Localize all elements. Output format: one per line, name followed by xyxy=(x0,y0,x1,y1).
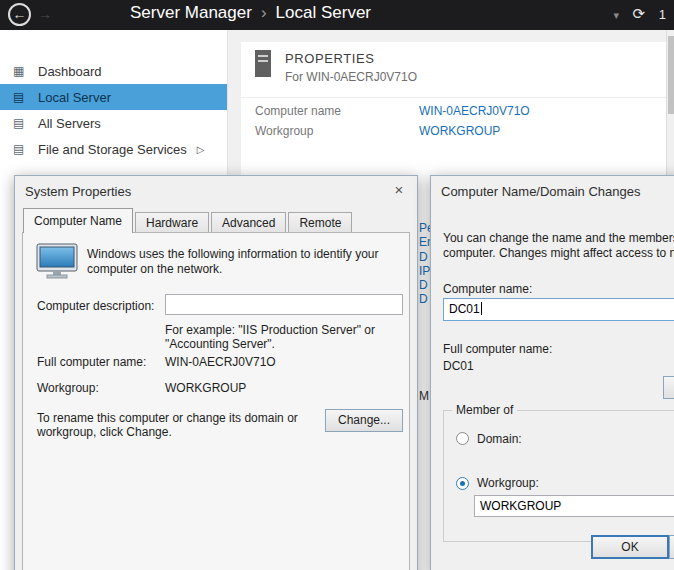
storage-icon: ▤ xyxy=(13,142,31,156)
close-icon[interactable]: × xyxy=(385,180,413,200)
sidebar-item-label: Local Server xyxy=(38,90,111,105)
member-of-group: Member of Domain: Workgroup: WORKGROUP xyxy=(443,410,674,542)
sidebar-item-label: Dashboard xyxy=(38,64,102,79)
dialog-title[interactable]: Computer Name/Domain Changes xyxy=(441,184,640,199)
title-bar: ← → Server Manager›Local Server ▾ ⟳ 1 xyxy=(0,0,674,30)
breadcrumb-section[interactable]: Local Server xyxy=(276,3,371,22)
full-computer-name-value: WIN-0AECRJ0V71O xyxy=(165,355,276,369)
sidebar-item-file-storage-services[interactable]: ▤ File and Storage Services ▷ xyxy=(0,136,227,162)
clipped-link[interactable]: D xyxy=(419,250,430,264)
tab-remote[interactable]: Remote xyxy=(288,212,352,233)
sidebar-item-local-server[interactable]: ▤ Local Server xyxy=(0,84,227,110)
change-button[interactable]: Change... xyxy=(325,409,403,432)
clipped-link[interactable]: IP xyxy=(419,264,430,278)
example-line: "Accounting Server". xyxy=(165,337,375,351)
header-toolbar: ▾ ⟳ 1 xyxy=(603,5,666,23)
property-row: Computer name WIN-0AECRJ0V71O xyxy=(241,104,666,124)
sidebar-item-dashboard[interactable]: ▦ Dashboard xyxy=(0,58,227,84)
computer-description-input[interactable] xyxy=(165,294,403,315)
dashboard-icon: ▦ xyxy=(13,64,31,78)
clipped-property-links: Pe Er D IP D D xyxy=(419,221,430,307)
panel-subtitle: For WIN-0AECRJ0V71O xyxy=(285,70,417,84)
breadcrumb-app-title[interactable]: Server Manager xyxy=(130,3,252,22)
workgroup-link[interactable]: WORKGROUP xyxy=(419,124,500,138)
chevron-down-icon[interactable]: ▾ xyxy=(613,9,619,21)
monitor-icon xyxy=(35,243,79,285)
text-cursor xyxy=(481,302,482,315)
panel-title: PROPERTIES xyxy=(285,51,375,66)
scrollbar-thumb[interactable] xyxy=(668,36,674,114)
property-label: Computer name xyxy=(255,104,341,118)
intro-line: computer. Changes might affect access to… xyxy=(443,246,674,260)
workgroup-input-value: WORKGROUP xyxy=(480,499,561,513)
sidebar-item-all-servers[interactable]: ▤ All Servers xyxy=(0,110,227,136)
server-icon: ▤ xyxy=(13,90,31,104)
intro-text: Windows uses the following information t… xyxy=(87,247,397,277)
refresh-icon[interactable]: ⟳ xyxy=(633,5,646,22)
servers-icon: ▤ xyxy=(13,116,31,130)
rename-help-line: workgroup, click Change. xyxy=(37,425,298,439)
computer-name-input-value: DC01 xyxy=(449,302,480,316)
forward-icon: → xyxy=(38,6,52,22)
chevron-right-icon[interactable]: ▷ xyxy=(197,144,205,155)
computer-name-input[interactable]: DC01 xyxy=(443,298,674,321)
tab-page-computer-name: Windows uses the following information t… xyxy=(22,232,410,570)
full-computer-name-value: DC01 xyxy=(443,359,474,373)
ok-button[interactable]: OK xyxy=(591,535,669,559)
intro-line: You can change the name and the membersh… xyxy=(443,231,674,245)
property-row: Workgroup WORKGROUP xyxy=(241,124,666,144)
domain-radio[interactable] xyxy=(456,432,469,445)
clipped-text: M xyxy=(419,389,430,403)
rename-help-line: To rename this computer or change its do… xyxy=(37,411,298,425)
domain-radio-label[interactable]: Domain: xyxy=(477,432,522,446)
forward-button[interactable]: → xyxy=(38,6,52,22)
workgroup-radio-label[interactable]: Workgroup: xyxy=(477,476,539,490)
tab-strip: Computer Name Hardware Advanced Remote xyxy=(23,208,354,233)
breadcrumb-separator: › xyxy=(261,3,267,22)
tab-hardware[interactable]: Hardware xyxy=(135,212,209,233)
workgroup-label: Workgroup: xyxy=(37,381,99,395)
full-computer-name-label: Full computer name: xyxy=(37,355,146,369)
rename-help-text: To rename this computer or change its do… xyxy=(37,411,298,439)
clipped-link[interactable]: D xyxy=(419,278,430,292)
workgroup-radio[interactable] xyxy=(456,477,469,490)
sidebar-item-label: File and Storage Services xyxy=(38,142,187,157)
computer-name-label: Computer name: xyxy=(443,282,532,296)
member-of-label: Member of xyxy=(452,403,517,417)
clipped-link[interactable]: Er xyxy=(419,235,430,249)
back-icon: ← xyxy=(13,6,27,22)
computer-description-label: Computer description: xyxy=(37,299,154,313)
workgroup-input[interactable]: WORKGROUP xyxy=(474,495,674,517)
back-button[interactable]: ← xyxy=(8,3,31,26)
tab-computer-name[interactable]: Computer Name xyxy=(23,208,133,233)
dialog-title[interactable]: System Properties xyxy=(25,184,131,199)
clipped-link[interactable]: Pe xyxy=(419,221,430,235)
server-tower-icon xyxy=(255,50,271,77)
property-label: Workgroup xyxy=(255,124,313,138)
server-manager-window: ← → Server Manager›Local Server ▾ ⟳ 1 ▦ … xyxy=(0,0,674,570)
properties-panel-header: PROPERTIES For WIN-0AECRJ0V71O xyxy=(241,42,666,98)
dialog-computer-name-domain-changes: Computer Name/Domain Changes You can cha… xyxy=(430,175,674,570)
full-computer-name-label: Full computer name: xyxy=(443,342,552,356)
tab-advanced[interactable]: Advanced xyxy=(211,212,286,233)
computer-name-link[interactable]: WIN-0AECRJ0V71O xyxy=(419,104,530,118)
clipped-link[interactable]: D xyxy=(419,292,430,306)
dialog-system-properties: System Properties × Computer Name Hardwa… xyxy=(14,175,418,570)
example-text: For example: "IIS Production Server" or … xyxy=(165,323,375,351)
cancel-button[interactable] xyxy=(669,535,674,559)
example-line: For example: "IIS Production Server" or xyxy=(165,323,375,337)
breadcrumb: Server Manager›Local Server xyxy=(130,3,371,23)
notification-count[interactable]: 1 xyxy=(659,7,666,22)
workgroup-value: WORKGROUP xyxy=(165,381,246,395)
more-button[interactable] xyxy=(663,376,674,399)
sidebar-item-label: All Servers xyxy=(38,116,101,131)
